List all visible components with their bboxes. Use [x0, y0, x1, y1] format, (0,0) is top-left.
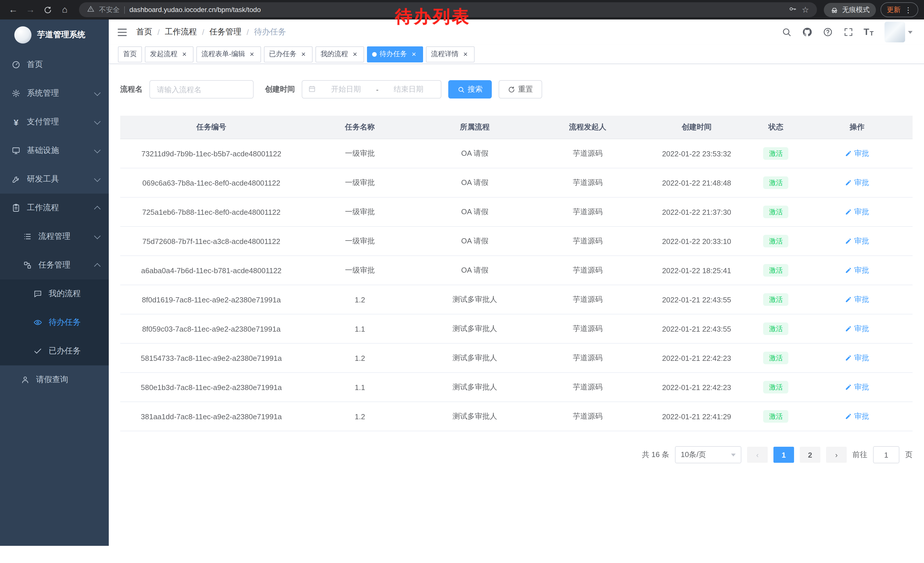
- task-id-cell: 8f059c03-7ac8-11ec-a9e2-a2380e71991a: [120, 314, 303, 343]
- chevron-down-icon: [94, 147, 101, 153]
- search-button[interactable]: 搜索: [448, 80, 492, 99]
- approve-link[interactable]: 审批: [845, 294, 869, 305]
- font-size-icon[interactable]: T T: [864, 27, 874, 37]
- approve-link[interactable]: 审批: [845, 207, 869, 217]
- bookmark-star-icon[interactable]: ☆: [802, 5, 809, 14]
- page-button-1[interactable]: 1: [773, 447, 794, 463]
- goto-page-input[interactable]: [873, 446, 899, 463]
- home-icon[interactable]: ⌂: [57, 2, 72, 17]
- pencil-icon: [845, 296, 852, 303]
- update-label[interactable]: 更新: [887, 5, 900, 15]
- search-icon[interactable]: [781, 27, 792, 38]
- next-page-button[interactable]: ›: [826, 447, 847, 463]
- create-time-cell: 2022-01-21 22:41:29: [643, 402, 750, 431]
- approve-link[interactable]: 审批: [845, 265, 869, 275]
- approve-link[interactable]: 审批: [845, 411, 869, 422]
- create-time-cell: 2022-01-22 18:25:41: [643, 256, 750, 285]
- sidebar-item-home[interactable]: 首页: [0, 50, 109, 79]
- sidebar-item-done-tasks[interactable]: 已办任务: [0, 337, 109, 365]
- sidebar-item-task-management[interactable]: 任务管理: [0, 251, 109, 279]
- tab-close-icon[interactable]: ×: [351, 50, 359, 58]
- incognito-icon: [830, 6, 839, 14]
- approve-link[interactable]: 审批: [845, 353, 869, 363]
- sidebar-item-label: 基础设施: [27, 146, 59, 156]
- tab[interactable]: 流程详情 ×: [426, 46, 475, 62]
- create-time-label: 创建时间: [265, 84, 295, 95]
- create-time-cell: 2022-01-22 23:53:32: [643, 139, 750, 168]
- sidebar-item-label: 首页: [27, 60, 43, 70]
- task-id-cell: 73211d9d-7b9b-11ec-b5b7-acde48001122: [120, 139, 303, 168]
- prev-page-button[interactable]: ‹: [747, 447, 768, 463]
- initiator-cell: 芋道源码: [532, 402, 643, 431]
- sidebar-item-workflow[interactable]: 工作流程: [0, 194, 109, 222]
- page-size-select[interactable]: 10条/页: [675, 446, 741, 463]
- table-row: 069c6a63-7b8a-11ec-8ef0-acde48001122 一级审…: [120, 168, 912, 197]
- sidebar-collapse-icon[interactable]: [117, 26, 128, 38]
- date-range-picker[interactable]: 开始日期 - 结束日期: [302, 80, 441, 99]
- end-date-placeholder[interactable]: 结束日期: [382, 84, 435, 95]
- status-badge: 激活: [763, 293, 788, 306]
- approve-link[interactable]: 审批: [845, 382, 869, 392]
- breadcrumb-item[interactable]: 工作流程: [165, 27, 197, 37]
- browser-menu-icon[interactable]: ⋮: [904, 6, 912, 14]
- task-name-cell: 一级审批: [303, 139, 417, 168]
- tab[interactable]: 待办任务 ×: [367, 46, 423, 62]
- sidebar-item-leave-query[interactable]: 请假查询: [0, 365, 109, 394]
- chevron-down-icon: [94, 233, 101, 239]
- status-badge: 激活: [763, 323, 788, 335]
- create-time-cell: 2022-01-21 22:43:55: [643, 285, 750, 314]
- start-date-placeholder[interactable]: 开始日期: [320, 84, 373, 95]
- reload-icon[interactable]: [40, 2, 55, 17]
- col-task-name: 任务名称: [303, 116, 417, 139]
- approve-link[interactable]: 审批: [845, 324, 869, 334]
- sidebar-item-todo-tasks[interactable]: 待办任务: [0, 308, 109, 337]
- process-name-input[interactable]: [149, 80, 254, 99]
- tab[interactable]: 已办任务 ×: [264, 46, 313, 62]
- breadcrumb-item[interactable]: 任务管理: [210, 27, 242, 37]
- browser-update-button[interactable]: 更新 ⋮: [880, 2, 918, 17]
- tab[interactable]: 首页: [118, 46, 142, 62]
- tab-close-icon[interactable]: ×: [248, 50, 256, 58]
- forward-icon[interactable]: →: [23, 2, 38, 17]
- approve-link[interactable]: 审批: [845, 148, 869, 159]
- breadcrumb-item[interactable]: 首页: [136, 27, 152, 37]
- tab[interactable]: 我的流程 ×: [315, 46, 364, 62]
- sidebar-item-label: 任务管理: [38, 260, 70, 270]
- col-task-id: 任务编号: [120, 116, 303, 139]
- tab-close-icon[interactable]: ×: [180, 50, 188, 58]
- pencil-icon: [845, 354, 852, 362]
- task-id-cell: 580e1b3d-7ac8-11ec-a9e2-a2380e71991a: [120, 372, 303, 402]
- tab[interactable]: 流程表单-编辑 ×: [196, 46, 261, 62]
- approve-link[interactable]: 审批: [845, 177, 869, 188]
- logo[interactable]: 芋道管理系统: [0, 20, 109, 50]
- tab[interactable]: 发起流程 ×: [145, 46, 194, 62]
- page-button-2[interactable]: 2: [800, 447, 820, 463]
- sidebar-item-my-process[interactable]: 我的流程: [0, 279, 109, 308]
- task-id-cell: 725a1eb6-7b88-11ec-8ef0-acde48001122: [120, 197, 303, 227]
- task-name-cell: 一级审批: [303, 256, 417, 285]
- password-key-icon[interactable]: [789, 5, 797, 15]
- sidebar-item-devtools[interactable]: 研发工具: [0, 165, 109, 194]
- tab-close-icon[interactable]: ×: [299, 50, 308, 58]
- sidebar-item-process-management[interactable]: 流程管理: [0, 222, 109, 251]
- user-avatar[interactable]: [885, 22, 905, 42]
- breadcrumb: 首页/工作流程/任务管理/待办任务: [136, 27, 286, 37]
- sidebar-item-system[interactable]: 系统管理: [0, 79, 109, 108]
- back-icon[interactable]: ←: [6, 2, 21, 17]
- approve-link[interactable]: 审批: [845, 236, 869, 246]
- pencil-icon: [845, 179, 852, 186]
- help-icon[interactable]: [822, 27, 833, 38]
- status-badge: 激活: [763, 352, 788, 364]
- range-separator: -: [376, 85, 379, 94]
- fullscreen-icon[interactable]: [843, 27, 854, 38]
- sidebar-item-infrastructure[interactable]: 基础设施: [0, 136, 109, 165]
- tab-close-icon[interactable]: ×: [410, 50, 418, 58]
- github-icon[interactable]: [802, 27, 813, 38]
- sidebar-item-payment[interactable]: ¥ 支付管理: [0, 108, 109, 136]
- navbar: 首页/工作流程/任务管理/待办任务 T: [109, 20, 924, 45]
- table-row: 73211d9d-7b9b-11ec-b5b7-acde48001122 一级审…: [120, 139, 912, 168]
- user-menu[interactable]: [885, 22, 912, 42]
- reset-button[interactable]: 重置: [499, 80, 542, 99]
- eye-icon: [33, 318, 42, 327]
- tab-close-icon[interactable]: ×: [461, 50, 470, 58]
